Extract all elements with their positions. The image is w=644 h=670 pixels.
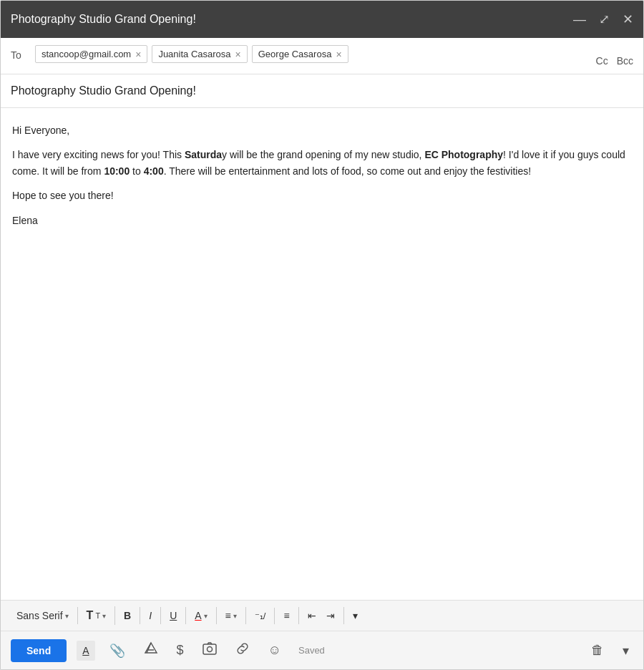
to-section: To stancoop@gmail.com × Juanita Casarosa… <box>1 38 643 74</box>
align-dropdown-arrow: ▾ <box>233 612 237 620</box>
bullet-list-button[interactable]: ≡ <box>279 607 293 624</box>
formatting-bar: Sans Serif ▾ T T ▾ B I U A ▾ <box>1 600 643 631</box>
window-title: Photography Studio Grand Opening! <box>11 13 196 26</box>
bold-group: B <box>115 607 140 624</box>
indent-decrease-button[interactable]: ⇤ <box>303 607 321 624</box>
drive-button[interactable] <box>140 639 162 662</box>
recipient-chip-1[interactable]: stancoop@gmail.com × <box>35 45 147 63</box>
font-family-button[interactable]: Sans Serif ▾ <box>12 607 73 624</box>
recipients-area[interactable]: stancoop@gmail.com × Juanita Casarosa × … <box>35 45 589 63</box>
more-formatting-group: ▾ <box>344 607 366 624</box>
recipient-email-3: George Casarosa <box>258 49 332 59</box>
font-family-dropdown-arrow: ▾ <box>65 612 69 620</box>
remove-recipient-3[interactable]: × <box>336 49 341 59</box>
text-color-dropdown-arrow: ▾ <box>204 612 208 620</box>
align-group: ≡ ▾ <box>217 607 246 624</box>
delete-icon: 🗑 <box>591 643 604 658</box>
compose-window: Photography Studio Grand Opening! — ⤢ ✕ … <box>0 0 644 670</box>
photo-icon <box>203 642 217 659</box>
numbered-list-button[interactable]: ⁻₁/ <box>250 608 270 624</box>
more-options-icon: ▾ <box>623 644 629 658</box>
text-color-group: A ▾ <box>186 607 216 624</box>
bold-saturday: Saturda <box>185 149 222 160</box>
bold-start-time: 10:00 <box>104 165 130 177</box>
link-button[interactable] <box>231 639 254 662</box>
expand-icon[interactable]: ⤢ <box>599 13 610 26</box>
to-label: To <box>11 45 28 61</box>
photo-button[interactable] <box>198 639 221 661</box>
indent-group: ⇤ ⇥ <box>299 607 344 624</box>
signature: Elena <box>12 213 632 228</box>
svg-point-4 <box>207 647 212 652</box>
bold-button[interactable]: B <box>119 607 135 624</box>
svg-line-2 <box>147 643 151 653</box>
window-controls: — ⤢ ✕ <box>573 13 633 26</box>
body-paragraph-1: I have very exciting news for you! This … <box>12 147 632 179</box>
minimize-icon[interactable]: — <box>573 13 586 26</box>
italic-group: I <box>140 607 161 624</box>
cc-bcc-controls: Cc Bcc <box>596 45 633 67</box>
email-body[interactable]: Hi Everyone, I have very exciting news f… <box>1 108 643 600</box>
remove-recipient-2[interactable]: × <box>235 49 241 59</box>
svg-rect-3 <box>203 644 216 654</box>
body-paragraph-2: Hope to see you there! <box>12 188 632 203</box>
recipient-email-2: Juanita Casarosa <box>158 49 230 59</box>
bcc-button[interactable]: Bcc <box>617 55 633 67</box>
bold-end-time: 4:00 <box>144 165 164 177</box>
indent-increase-button[interactable]: ⇥ <box>322 607 339 624</box>
bullet-list-group: ≡ <box>275 607 298 624</box>
money-icon: $ <box>177 643 184 658</box>
more-formatting-button[interactable]: ▾ <box>348 607 362 624</box>
align-button[interactable]: ≡ ▾ <box>221 607 241 624</box>
italic-button[interactable]: I <box>145 607 156 624</box>
emoji-button[interactable]: ☺ <box>264 640 286 661</box>
numbered-list-group: ⁻₁/ <box>246 608 275 624</box>
text-size-group: T T ▾ <box>78 606 116 625</box>
saved-label: Saved <box>298 645 325 656</box>
text-size-button[interactable]: T T ▾ <box>82 606 111 625</box>
recipient-email-1: stancoop@gmail.com <box>42 49 131 59</box>
recipient-chip-2[interactable]: Juanita Casarosa × <box>152 45 247 63</box>
format-text-button[interactable]: A <box>77 641 94 661</box>
recipient-chip-3[interactable]: George Casarosa × <box>252 45 348 63</box>
attach-icon: 📎 <box>109 643 125 659</box>
emoji-icon: ☺ <box>268 643 281 658</box>
delete-button[interactable]: 🗑 <box>587 640 608 661</box>
subject-section[interactable]: Photography Studio Grand Opening! <box>1 74 643 108</box>
close-icon[interactable]: ✕ <box>623 13 633 26</box>
greeting: Hi Everyone, <box>12 122 632 138</box>
attach-button[interactable]: 📎 <box>105 640 130 661</box>
subject-text: Photography Studio Grand Opening! <box>11 84 633 97</box>
underline-group: U <box>161 607 186 624</box>
action-bar: Send A 📎 $ <box>1 631 643 669</box>
text-color-button[interactable]: A ▾ <box>190 607 211 624</box>
money-button[interactable]: $ <box>172 640 188 661</box>
underline-button[interactable]: U <box>165 607 181 624</box>
text-size-dropdown-arrow: ▾ <box>102 612 106 620</box>
link-icon <box>235 641 250 659</box>
drive-icon <box>144 641 158 659</box>
bold-ec-photography: EC Photography <box>424 149 503 160</box>
font-group: Sans Serif ▾ <box>8 607 78 624</box>
cc-button[interactable]: Cc <box>596 55 608 67</box>
send-button[interactable]: Send <box>11 639 67 662</box>
remove-recipient-1[interactable]: × <box>135 49 141 59</box>
title-bar: Photography Studio Grand Opening! — ⤢ ✕ <box>1 1 643 38</box>
more-options-button[interactable]: ▾ <box>618 640 633 661</box>
